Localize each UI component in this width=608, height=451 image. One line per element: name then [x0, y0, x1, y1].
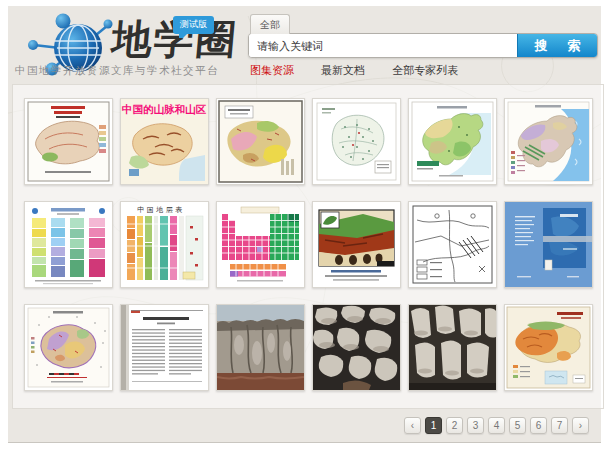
- guizhou-geologic-map-image: [217, 99, 304, 184]
- thumbnail-china-mountains-map[interactable]: 中国的山脉和山区: [120, 98, 209, 185]
- pagination-page-1[interactable]: 1: [425, 417, 442, 434]
- pagination-prev-button[interactable]: ‹: [404, 417, 421, 434]
- thumbnail-periodic-table-chart[interactable]: [216, 201, 305, 288]
- thumbnail-academic-paper-page[interactable]: [120, 304, 209, 391]
- thumbnail-chronostratigraphic-chart[interactable]: [24, 201, 113, 288]
- pagination-page-6[interactable]: 6: [530, 417, 547, 434]
- search-scope-tab[interactable]: 全部: [250, 14, 290, 34]
- site-tagline: 中国地学开放资源文库与学术社交平台: [15, 64, 219, 78]
- thumbnail-china-stratigraphic-chart[interactable]: 中国地层表: [120, 201, 209, 288]
- thumbnail-china-vegetation-map[interactable]: [408, 98, 497, 185]
- thumbnail-china-landform-map[interactable]: [504, 304, 593, 391]
- blue-book-cover-image: [505, 202, 592, 287]
- pagination-page-3[interactable]: 3: [467, 417, 484, 434]
- china-mountains-map-title: 中国的山脉和山区: [122, 103, 207, 115]
- thumbnail-shandong-detail-map[interactable]: [312, 98, 401, 185]
- pagination-page-2[interactable]: 2: [446, 417, 463, 434]
- china-vegetation-map-image: [409, 99, 496, 184]
- chronostratigraphic-chart-image: [25, 202, 112, 287]
- china-landform-map-image: [505, 305, 592, 390]
- page-background: 地学圈 测试版 中国地学开放资源文库与学术社交平台 全部 搜 索 图集资源 最新…: [8, 6, 601, 443]
- search-bar: 搜 索: [248, 33, 598, 58]
- thumbnail-grid: 中国的山脉和山区: [12, 84, 604, 409]
- thumbnail-china-geologic-map[interactable]: [504, 98, 593, 185]
- thumbnail-xinjiang-relief-map[interactable]: [24, 98, 113, 185]
- china-stratigraphic-chart-title: 中国地层表: [137, 206, 185, 214]
- tab-all-experts[interactable]: 全部专家列表: [392, 64, 458, 76]
- periodic-table-chart-image: [217, 202, 304, 287]
- thumbnail-sichuan-geologic-map[interactable]: [24, 304, 113, 391]
- karst-rocks-photo-image: [313, 305, 400, 390]
- beta-badge: 测试版: [173, 16, 214, 34]
- thumbnail-karst-rocks-photo-2[interactable]: [408, 304, 497, 391]
- china-stratigraphic-chart-image: 中国地层表: [121, 202, 208, 287]
- search-input[interactable]: [249, 34, 517, 57]
- tab-atlas-resources[interactable]: 图集资源: [250, 64, 294, 76]
- tab-latest-documents[interactable]: 最新文档: [321, 64, 365, 76]
- xinjiang-relief-map-image: [25, 99, 112, 184]
- pagination-next-button[interactable]: ›: [572, 417, 589, 434]
- pagination-page-4[interactable]: 4: [488, 417, 505, 434]
- geologic-cross-section-image: [313, 202, 400, 287]
- search-button[interactable]: 搜 索: [517, 34, 597, 57]
- thumbnail-karst-rocks-photo[interactable]: [312, 304, 401, 391]
- china-geologic-map-image: [505, 99, 592, 184]
- pagination-page-7[interactable]: 7: [551, 417, 568, 434]
- thumbnail-geologic-sketch-map[interactable]: [408, 201, 497, 288]
- academic-paper-page-image: [121, 305, 208, 390]
- china-mountains-map-image: 中国的山脉和山区: [121, 99, 208, 184]
- thumbnail-rock-outcrop-photo[interactable]: [216, 304, 305, 391]
- pagination-page-5[interactable]: 5: [509, 417, 526, 434]
- thumbnail-blue-book-cover[interactable]: [504, 201, 593, 288]
- karst-rocks-photo-2-image: [409, 305, 496, 390]
- thumbnail-geologic-cross-section[interactable]: [312, 201, 401, 288]
- resource-nav-tabs: 图集资源 最新文档 全部专家列表: [250, 63, 482, 78]
- sichuan-geologic-map-image: [25, 305, 112, 390]
- shandong-detail-map-image: [313, 99, 400, 184]
- pagination: ‹ 1 2 3 4 5 6 7 ›: [404, 417, 589, 434]
- geologic-sketch-map-image: [409, 202, 496, 287]
- thumbnail-guizhou-geologic-map[interactable]: [216, 98, 305, 185]
- rock-outcrop-photo-image: [217, 305, 304, 390]
